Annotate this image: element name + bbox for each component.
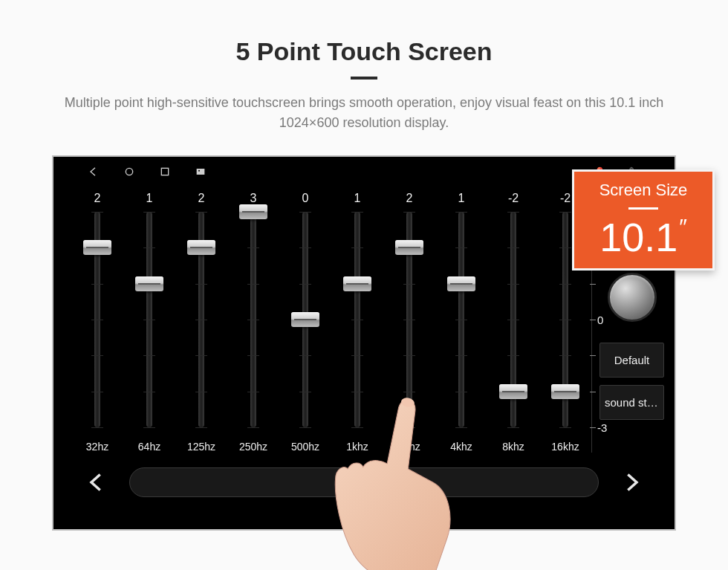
eq-slider-knob[interactable] <box>499 384 527 399</box>
gallery-icon[interactable] <box>195 166 207 181</box>
eq-slider-4khz[interactable]: 14khz <box>443 188 480 453</box>
svg-rect-1 <box>161 168 168 175</box>
eq-slider-freq-label: 8khz <box>502 441 524 453</box>
eq-slider-freq-label: 125hz <box>187 441 215 453</box>
eq-slider-knob[interactable] <box>135 276 163 291</box>
eq-slider-value: -2 <box>560 188 571 209</box>
screen-size-badge: Screen Size 10.1″ <box>572 169 715 271</box>
eq-slider-2khz[interactable]: 22khz <box>391 188 428 453</box>
preset-name-button[interactable]: Jazz <box>129 467 599 497</box>
eq-slider-500hz[interactable]: 0500hz <box>287 188 324 453</box>
eq-slider-value: 0 <box>302 188 309 209</box>
eq-slider-track[interactable] <box>354 212 360 427</box>
title-underline <box>351 77 377 80</box>
eq-slider-knob[interactable] <box>447 276 475 291</box>
eq-slider-1khz[interactable]: 11khz <box>339 188 376 453</box>
eq-slider-value: 2 <box>406 188 413 209</box>
eq-slider-8khz[interactable]: -28khz <box>495 188 532 453</box>
default-button[interactable]: Default <box>599 343 664 378</box>
eq-slider-freq-label: 500hz <box>291 441 319 453</box>
eq-slider-track[interactable] <box>562 212 568 427</box>
sound-stage-button[interactable]: sound sta... <box>599 385 664 420</box>
eq-slider-250hz[interactable]: 3250hz <box>235 188 272 453</box>
eq-slider-value: -2 <box>508 188 519 209</box>
preset-prev-button[interactable] <box>83 469 110 496</box>
eq-slider-knob[interactable] <box>395 240 423 255</box>
svg-point-3 <box>198 170 200 172</box>
back-icon[interactable] <box>88 166 100 181</box>
preset-next-button[interactable] <box>618 469 645 496</box>
badge-value: 10.1 <box>599 214 677 260</box>
eq-slider-track[interactable] <box>94 212 100 427</box>
svg-point-0 <box>126 168 132 175</box>
volume-dial[interactable] <box>608 273 657 322</box>
eq-slider-track[interactable] <box>250 212 256 427</box>
eq-slider-freq-label: 16khz <box>551 441 579 453</box>
badge-divider <box>628 207 658 210</box>
eq-slider-track[interactable] <box>302 212 308 427</box>
axis-label: 0 <box>597 314 603 326</box>
badge-label: Screen Size <box>574 181 712 200</box>
eq-slider-value: 1 <box>458 188 465 209</box>
eq-slider-knob[interactable] <box>551 384 579 399</box>
eq-slider-32hz[interactable]: 232hz <box>79 188 116 453</box>
preset-row: Jazz <box>53 460 675 508</box>
eq-slider-value: 1 <box>146 188 153 209</box>
eq-slider-knob[interactable] <box>343 276 371 291</box>
eq-slider-track[interactable] <box>510 212 516 427</box>
eq-slider-freq-label: 64hz <box>138 441 160 453</box>
eq-slider-freq-label: 250hz <box>239 441 267 453</box>
eq-slider-track[interactable] <box>146 212 152 427</box>
eq-slider-value: 2 <box>94 188 101 209</box>
eq-slider-knob[interactable] <box>83 240 111 255</box>
eq-slider-knob[interactable] <box>291 312 319 327</box>
axis-label: -3 <box>597 421 607 434</box>
recent-icon[interactable] <box>159 166 171 181</box>
eq-slider-track[interactable] <box>198 212 204 427</box>
eq-slider-knob[interactable] <box>187 240 215 255</box>
eq-slider-125hz[interactable]: 2125hz <box>183 188 220 453</box>
page-subtitle: Multiple point high-sensitive touchscree… <box>45 93 683 133</box>
eq-slider-value: 2 <box>198 188 205 209</box>
eq-slider-freq-label: 4khz <box>450 441 472 453</box>
eq-slider-64hz[interactable]: 164hz <box>131 188 168 453</box>
eq-slider-knob[interactable] <box>239 204 267 219</box>
eq-slider-track[interactable] <box>458 212 464 427</box>
page-title: 5 Point Touch Screen <box>0 37 728 66</box>
badge-unit: ″ <box>679 214 687 239</box>
eq-slider-freq-label: 1khz <box>346 441 368 453</box>
eq-slider-value: 1 <box>354 188 361 209</box>
eq-slider-track[interactable] <box>406 212 412 427</box>
home-icon[interactable] <box>123 166 135 181</box>
svg-rect-2 <box>197 169 205 175</box>
eq-slider-freq-label: 32hz <box>86 441 108 453</box>
eq-slider-freq-label: 2khz <box>398 441 420 453</box>
equalizer-sliders: 232hz164hz2125hz3250hz0500hz11khz22khz14… <box>79 188 584 453</box>
